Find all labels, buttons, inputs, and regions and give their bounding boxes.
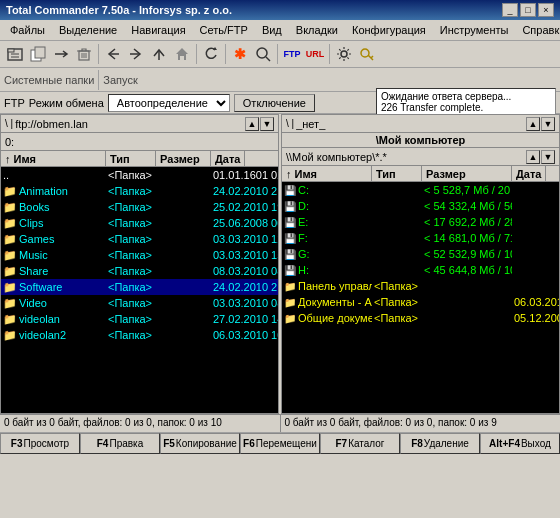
- ftp-bar: FTP Режим обмена Автоопределение Отключе…: [0, 92, 560, 114]
- right-subpath-btn-sort[interactable]: ▲: [526, 150, 540, 164]
- left-path-btn-menu[interactable]: ▼: [260, 117, 274, 131]
- left-status-bar: 0 байт из 0 байт, файлов: 0 из 0, папок:…: [0, 415, 281, 432]
- menu-select[interactable]: Выделение: [53, 22, 123, 38]
- left-path-bar: \ | ftp://obmen.lan ▲ ▼: [1, 115, 278, 133]
- btn-key[interactable]: [356, 43, 378, 65]
- list-item[interactable]: 📁Games <Папка> 03.03.2010 12:46: [1, 231, 278, 247]
- list-item[interactable]: 📁Animation <Папка> 24.02.2010 21:27: [1, 183, 278, 199]
- function-button-f7[interactable]: F7Каталог: [320, 433, 400, 454]
- function-button-f4[interactable]: F4Правка: [80, 433, 160, 454]
- left-path-label: ftp://obmen.lan: [15, 118, 243, 130]
- list-item[interactable]: 💾G: < 52 532,9 Мб / 102 406,4 Мб >: [282, 246, 559, 262]
- left-col-date[interactable]: Дата: [211, 151, 245, 166]
- right-col-size[interactable]: Размер: [422, 166, 512, 181]
- list-item[interactable]: 📁videolan <Папка> 27.02.2010 14:49: [1, 311, 278, 327]
- ftp-disconnect-button[interactable]: Отключение: [234, 94, 315, 112]
- function-button-f6[interactable]: F6Перемещени: [240, 433, 320, 454]
- list-item[interactable]: 📁Документы - Ars <Папка> 06.03.2010 21:4…: [282, 294, 559, 310]
- menu-help[interactable]: Справка: [516, 22, 560, 38]
- left-col-type[interactable]: Тип: [106, 151, 156, 166]
- list-item[interactable]: 📁videolan2 <Папка> 06.03.2010 10:39: [1, 327, 278, 343]
- svg-line-6: [266, 57, 270, 61]
- right-subpath-label: \\Мой компьютер\*.*: [286, 151, 524, 163]
- right-subpath-btn-menu[interactable]: ▼: [541, 150, 555, 164]
- right-path-btn-menu[interactable]: ▼: [541, 117, 555, 131]
- svg-rect-1: [8, 49, 14, 52]
- list-item[interactable]: 📁Books <Папка> 25.02.2010 19:42: [1, 199, 278, 215]
- menu-ftp[interactable]: Сеть/FTP: [194, 22, 254, 38]
- list-item[interactable]: 📁Music <Папка> 03.03.2010 15:50: [1, 247, 278, 263]
- menu-tools[interactable]: Инструменты: [434, 22, 515, 38]
- btn-back[interactable]: [102, 43, 124, 65]
- list-item[interactable]: 📁Software <Папка> 24.02.2010 21:33: [1, 279, 278, 295]
- right-subpath-bar: \\Мой компьютер\*.* ▲ ▼: [282, 148, 559, 166]
- ftp-label: FTP: [4, 97, 25, 109]
- ftp-mode-select[interactable]: Автоопределение: [108, 94, 230, 112]
- menu-tabs[interactable]: Вкладки: [290, 22, 344, 38]
- list-item[interactable]: 💾D: < 54 332,4 Мб / 56 313,7 Мб >: [282, 198, 559, 214]
- right-col-headers: ↑ Имя Тип Размер Дата: [282, 166, 559, 182]
- svg-point-7: [341, 51, 347, 57]
- btn-url[interactable]: URL: [304, 43, 326, 65]
- menu-nav[interactable]: Навигация: [125, 22, 191, 38]
- right-status-bar: 0 байт из 0 байт, файлов: 0 из 0, папок:…: [281, 415, 561, 432]
- left-col-size[interactable]: Размер: [156, 151, 211, 166]
- btn-up[interactable]: [148, 43, 170, 65]
- list-item[interactable]: 💾F: < 14 681,0 Мб / 71 680,6 Мб >: [282, 230, 559, 246]
- menu-files[interactable]: Файлы: [4, 22, 51, 38]
- menu-config[interactable]: Конфигурация: [346, 22, 432, 38]
- right-panel-title: \Мой компьютер: [282, 133, 559, 148]
- minimize-button[interactable]: _: [502, 3, 518, 17]
- btn-new-tab[interactable]: [4, 43, 26, 65]
- right-path-separator: \ |: [286, 118, 294, 129]
- list-item[interactable]: 💾C: < 5 528,7 Мб / 20 002,7 Мб >: [282, 182, 559, 198]
- toolbar-sep-2: [196, 44, 197, 64]
- list-item[interactable]: .. <Папка> 01.01.1601 02:00: [1, 167, 278, 183]
- btn-ftp[interactable]: FTP: [281, 43, 303, 65]
- btn-settings[interactable]: [333, 43, 355, 65]
- btn-copy[interactable]: [27, 43, 49, 65]
- list-item[interactable]: 📁Общие докумен... <Папка> 05.12.2009 14:…: [282, 310, 559, 326]
- function-button-f5[interactable]: F5Копирование: [160, 433, 240, 454]
- toolbar-sep-1: [98, 44, 99, 64]
- function-button-alt-f4[interactable]: Alt+F4Выход: [480, 433, 560, 454]
- title-text: Total Commander 7.50a - Inforsys sp. z o…: [6, 4, 232, 16]
- btn-forward[interactable]: [125, 43, 147, 65]
- list-item[interactable]: 💾H: < 45 644,8 Мб / 102 375,1 Мб >: [282, 262, 559, 278]
- left-col-name[interactable]: ↑ Имя: [1, 151, 106, 166]
- window-controls[interactable]: _ □ ×: [502, 3, 554, 17]
- menu-bar: Файлы Выделение Навигация Сеть/FTP Вид В…: [0, 20, 560, 41]
- ftp-status-panel: Ожидание ответа сервера... 226 Transfer …: [376, 88, 556, 118]
- toolbar-sep-3: [225, 44, 226, 64]
- right-col-name[interactable]: ↑ Имя: [282, 166, 372, 181]
- title-bar: Total Commander 7.50a - Inforsys sp. z o…: [0, 0, 560, 20]
- ftp-status-line2: 226 Transfer complete.: [381, 102, 551, 113]
- maximize-button[interactable]: □: [520, 3, 536, 17]
- list-item[interactable]: 📁Панель управле... <Папка>: [282, 278, 559, 294]
- list-item[interactable]: 📁Share <Папка> 08.03.2010 08:11: [1, 263, 278, 279]
- toolbar2-sep: [98, 70, 99, 90]
- menu-view[interactable]: Вид: [256, 22, 288, 38]
- btn-root[interactable]: [171, 43, 193, 65]
- btn-search[interactable]: [252, 43, 274, 65]
- svg-point-5: [257, 48, 267, 58]
- left-path-btn-sort[interactable]: ▲: [245, 117, 259, 131]
- right-col-type[interactable]: Тип: [372, 166, 422, 181]
- left-file-list: .. <Папка> 01.01.1601 02:00 📁Animation <…: [1, 167, 278, 413]
- btn-delete[interactable]: [73, 43, 95, 65]
- function-button-f8[interactable]: F8Удаление: [400, 433, 480, 454]
- right-panel: \ | _нет_ ▲ ▼ \Мой компьютер \\Мой компь…: [281, 114, 560, 414]
- right-col-date[interactable]: Дата: [512, 166, 546, 181]
- btn-move[interactable]: [50, 43, 72, 65]
- list-item[interactable]: 📁Clips <Папка> 25.06.2008 00:00: [1, 215, 278, 231]
- function-bar: F3ПросмотрF4ПравкаF5КопированиеF6Перемещ…: [0, 432, 560, 454]
- function-button-f3[interactable]: F3Просмотр: [0, 433, 80, 454]
- list-item[interactable]: 💾E: < 17 692,2 Мб / 28 780,4 Мб >: [282, 214, 559, 230]
- btn-find[interactable]: ✱: [229, 43, 251, 65]
- right-file-list: 💾C: < 5 528,7 Мб / 20 002,7 Мб > 💾D: < 5…: [282, 182, 559, 413]
- svg-rect-3: [35, 47, 45, 58]
- right-path-btn-sort[interactable]: ▲: [526, 117, 540, 131]
- btn-refresh[interactable]: [200, 43, 222, 65]
- list-item[interactable]: 📁Video <Папка> 03.03.2010 08:22: [1, 295, 278, 311]
- close-button[interactable]: ×: [538, 3, 554, 17]
